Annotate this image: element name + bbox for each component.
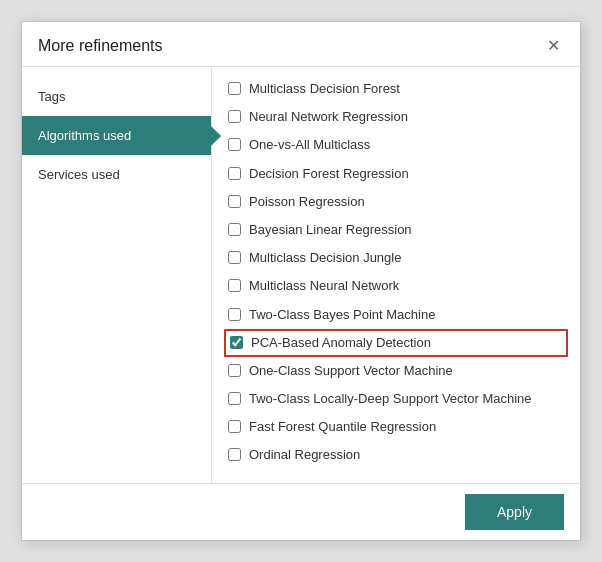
list-item: Decision Forest Regression (224, 160, 568, 188)
algorithm-label[interactable]: Multiclass Decision Forest (249, 80, 400, 98)
algorithm-label[interactable]: Two-Class Locally-Deep Support Vector Ma… (249, 390, 532, 408)
dialog-footer: Apply (22, 483, 580, 540)
algorithm-label[interactable]: Neural Network Regression (249, 108, 408, 126)
checkbox-poisson-regression[interactable] (228, 195, 241, 208)
algorithm-label[interactable]: Multiclass Neural Network (249, 277, 399, 295)
close-button[interactable]: ✕ (543, 36, 564, 56)
algorithm-label[interactable]: Poisson Regression (249, 193, 365, 211)
algorithm-label[interactable]: Multiclass Decision Jungle (249, 249, 401, 267)
list-item: PCA-Based Anomaly Detection (224, 329, 568, 357)
dialog-header: More refinements ✕ (22, 22, 580, 67)
algorithm-label[interactable]: Fast Forest Quantile Regression (249, 418, 436, 436)
checkbox-multiclass-neural-network[interactable] (228, 279, 241, 292)
checkbox-one-vs-all-multiclass[interactable] (228, 138, 241, 151)
sidebar-item-algorithms-used[interactable]: Algorithms used (22, 116, 211, 155)
checkbox-bayesian-linear-regression[interactable] (228, 223, 241, 236)
sidebar: TagsAlgorithms usedServices used (22, 67, 212, 483)
algorithm-label[interactable]: Bayesian Linear Regression (249, 221, 412, 239)
list-item: Multiclass Decision Jungle (224, 244, 568, 272)
algorithms-list[interactable]: Multiclass Decision ForestNeural Network… (212, 67, 580, 483)
checkbox-one-class-support-vector-machine[interactable] (228, 364, 241, 377)
list-item: Fast Forest Quantile Regression (224, 413, 568, 441)
checkbox-decision-forest-regression[interactable] (228, 167, 241, 180)
algorithm-label[interactable]: Ordinal Regression (249, 446, 360, 464)
checkbox-multiclass-decision-jungle[interactable] (228, 251, 241, 264)
list-item: Neural Network Regression (224, 103, 568, 131)
checkbox-fast-forest-quantile-regression[interactable] (228, 420, 241, 433)
checkbox-pca-based-anomaly-detection[interactable] (230, 336, 243, 349)
dialog-title: More refinements (38, 37, 163, 55)
list-item: Two-Class Locally-Deep Support Vector Ma… (224, 385, 568, 413)
list-item: Two-Class Bayes Point Machine (224, 301, 568, 329)
algorithm-label[interactable]: One-Class Support Vector Machine (249, 362, 453, 380)
checkbox-neural-network-regression[interactable] (228, 110, 241, 123)
list-item: One-Class Support Vector Machine (224, 357, 568, 385)
algorithm-label[interactable]: Decision Forest Regression (249, 165, 409, 183)
content-area: Multiclass Decision ForestNeural Network… (212, 67, 580, 483)
dialog-body: TagsAlgorithms usedServices used Multicl… (22, 67, 580, 483)
list-item: Ordinal Regression (224, 441, 568, 469)
checkbox-multiclass-decision-forest[interactable] (228, 82, 241, 95)
sidebar-item-services-used[interactable]: Services used (22, 155, 211, 194)
list-item: One-vs-All Multiclass (224, 131, 568, 159)
checkbox-two-class-bayes-point-machine[interactable] (228, 308, 241, 321)
checkbox-ordinal-regression[interactable] (228, 448, 241, 461)
algorithm-label[interactable]: PCA-Based Anomaly Detection (251, 334, 431, 352)
dialog: More refinements ✕ TagsAlgorithms usedSe… (21, 21, 581, 541)
list-item: Poisson Regression (224, 188, 568, 216)
list-item: Multiclass Neural Network (224, 272, 568, 300)
checkbox-two-class-locally-deep-support-vector-machine[interactable] (228, 392, 241, 405)
apply-button[interactable]: Apply (465, 494, 564, 530)
list-item: Multiclass Decision Forest (224, 75, 568, 103)
algorithm-label[interactable]: One-vs-All Multiclass (249, 136, 370, 154)
algorithm-label[interactable]: Two-Class Bayes Point Machine (249, 306, 435, 324)
list-item: Bayesian Linear Regression (224, 216, 568, 244)
sidebar-item-tags[interactable]: Tags (22, 77, 211, 116)
